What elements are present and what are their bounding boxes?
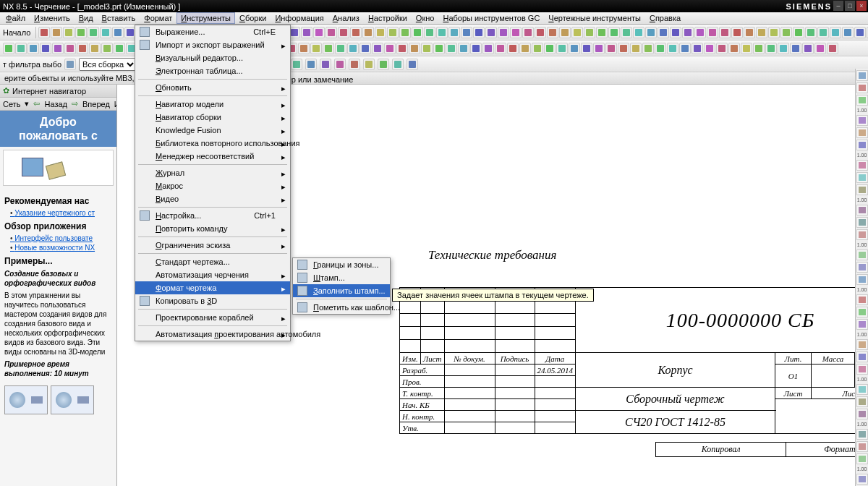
tool-button[interactable]: [707, 27, 718, 38]
menu-item[interactable]: Формат чертежа▸: [135, 281, 290, 294]
menu-item[interactable]: Визуальный редактор...: [135, 51, 290, 64]
tool-button[interactable]: [605, 43, 617, 54]
tool-button[interactable]: [399, 27, 411, 38]
filter-btn[interactable]: [64, 59, 76, 70]
tool-button[interactable]: [596, 27, 608, 38]
tool-button[interactable]: [436, 27, 448, 38]
menu-изменить[interactable]: Изменить: [30, 12, 75, 24]
tool-button[interactable]: [645, 27, 657, 38]
start-label[interactable]: Начало: [3, 28, 30, 37]
example-thumb-2[interactable]: [51, 385, 94, 414]
tool-button[interactable]: [112, 27, 124, 38]
tool-button[interactable]: [461, 27, 472, 38]
tool-button[interactable]: [532, 43, 543, 54]
palette-button[interactable]: [856, 474, 868, 485]
tool-button[interactable]: [338, 27, 349, 38]
tool-button[interactable]: [544, 43, 556, 54]
tool-button[interactable]: [470, 43, 482, 54]
menu-item[interactable]: Повторить команду▸: [135, 222, 290, 235]
tool-button[interactable]: [362, 27, 374, 38]
tool-button[interactable]: [350, 27, 362, 38]
tool-button[interactable]: [790, 43, 801, 54]
palette-button[interactable]: [856, 127, 868, 138]
tool-button[interactable]: [814, 43, 826, 54]
tool-button[interactable]: [765, 43, 777, 54]
menu-item[interactable]: Границы и зоны...: [293, 258, 390, 271]
tool-button[interactable]: [88, 27, 99, 38]
tool-button[interactable]: [15, 43, 27, 54]
minimize-button[interactable]: –: [833, 1, 843, 11]
tool-button[interactable]: [498, 27, 509, 38]
tool-button[interactable]: [793, 27, 804, 38]
nav-network[interactable]: Сеть: [3, 100, 20, 108]
palette-button[interactable]: [856, 396, 868, 407]
palette-button[interactable]: [856, 441, 868, 452]
tool-button[interactable]: [372, 43, 383, 54]
menu-настройки[interactable]: Настройки: [364, 12, 412, 24]
tool-button[interactable]: [433, 43, 445, 54]
tool-button[interactable]: [571, 27, 583, 38]
palette-button[interactable]: [856, 294, 868, 305]
tool-button[interactable]: [593, 43, 605, 54]
menu-item[interactable]: Навигатор модели▸: [135, 98, 290, 111]
nav-forward[interactable]: Вперед: [82, 100, 110, 108]
tool-button[interactable]: [75, 27, 87, 38]
tool-button[interactable]: [412, 27, 423, 38]
palette-button[interactable]: [856, 319, 868, 330]
tool-button[interactable]: [363, 59, 375, 70]
menu-item[interactable]: Менеджер несоответствий▸: [135, 150, 290, 163]
tool-button[interactable]: [682, 27, 694, 38]
tool-button[interactable]: [298, 43, 310, 54]
tool-button[interactable]: [716, 43, 728, 54]
tool-button[interactable]: [448, 27, 460, 38]
tool-button[interactable]: [556, 43, 568, 54]
tool-button[interactable]: [670, 27, 681, 38]
tool-button[interactable]: [458, 43, 469, 54]
tool-button[interactable]: [780, 27, 792, 38]
palette-button[interactable]: [856, 184, 868, 195]
tool-button[interactable]: [349, 59, 360, 70]
tool-button[interactable]: [446, 43, 457, 54]
tool-button[interactable]: [817, 27, 829, 38]
tool-button[interactable]: [378, 59, 389, 70]
palette-button[interactable]: [856, 339, 868, 350]
palette-button[interactable]: [856, 82, 868, 93]
tool-button[interactable]: [621, 27, 632, 38]
palette-button[interactable]: [856, 364, 868, 375]
tool-button[interactable]: [655, 43, 666, 54]
tool-button[interactable]: [482, 43, 494, 54]
menu-наборы инструментов gc[interactable]: Наборы инструментов GC: [438, 12, 544, 24]
tool-button[interactable]: [827, 43, 838, 54]
tool-button[interactable]: [559, 27, 571, 38]
palette-button[interactable]: [856, 70, 868, 81]
menu-item[interactable]: Обновить▸: [135, 81, 290, 94]
menu-сборки[interactable]: Сборки: [235, 12, 271, 24]
tool-button[interactable]: [89, 43, 101, 54]
palette-button[interactable]: [856, 172, 868, 183]
menu-item[interactable]: Настройка...Ctrl+1: [135, 209, 290, 222]
tool-button[interactable]: [387, 27, 399, 38]
palette-button[interactable]: [856, 262, 868, 273]
palette-button[interactable]: [856, 229, 868, 240]
tool-button[interactable]: [421, 43, 433, 54]
tool-button[interactable]: [692, 43, 703, 54]
palette-button[interactable]: [856, 250, 868, 260]
menu-item[interactable]: Штамп...: [293, 271, 390, 284]
tool-button[interactable]: [409, 43, 420, 54]
palette-button[interactable]: [856, 429, 868, 440]
tool-button[interactable]: [100, 27, 111, 38]
menu-item[interactable]: Навигатор сборки▸: [135, 111, 290, 124]
link-whatsnew[interactable]: Новые возможности NX: [10, 244, 112, 252]
menu-вид[interactable]: Вид: [75, 12, 98, 24]
tool-button[interactable]: [335, 43, 346, 54]
palette-button[interactable]: [856, 115, 868, 126]
tool-button[interactable]: [320, 59, 331, 70]
tool-button[interactable]: [64, 43, 76, 54]
palette-button[interactable]: [856, 409, 868, 419]
tool-button[interactable]: [719, 27, 731, 38]
menu-анализ[interactable]: Анализ: [328, 12, 364, 24]
menu-инструменты[interactable]: Инструменты: [176, 12, 235, 24]
tool-button[interactable]: [741, 43, 752, 54]
tool-button[interactable]: [101, 43, 113, 54]
tool-button[interactable]: [581, 43, 592, 54]
